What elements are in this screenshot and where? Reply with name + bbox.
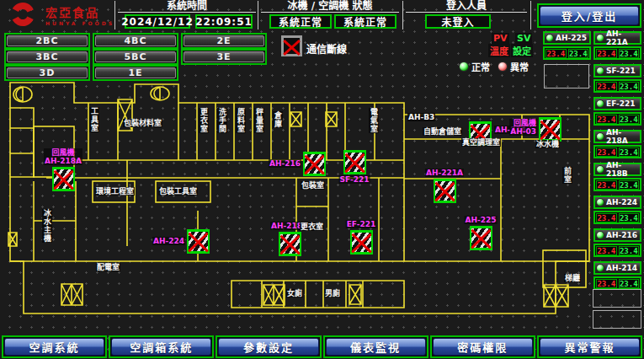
equipment-icon-ah-224[interactable] [187, 229, 210, 254]
nav-button-frame: 空調箱系統 [109, 335, 214, 358]
equipment-icon-ah-03[interactable] [539, 117, 562, 142]
equipment-icon-ef-221[interactable] [350, 230, 373, 255]
nav-button-frame: 參數設定 [216, 335, 321, 358]
room-label: AH-B3 [407, 113, 435, 121]
equipment-icon-ah-218a[interactable] [52, 167, 75, 191]
nav-button-0[interactable]: 空調系統 [4, 338, 104, 356]
equipment-label-ef-221: EF-221 [346, 220, 377, 228]
nav-button-2[interactable]: 參數設定 [218, 338, 318, 356]
room-label: 更衣室 [199, 108, 209, 133]
equipment-label-ah-225: AH-225 [464, 216, 497, 224]
nav-button-frame: 儀表監視 [323, 335, 428, 358]
equipment-icon-ah-221a[interactable] [434, 179, 456, 203]
room-label: 原料室 [236, 108, 246, 133]
room-label: 真空調理室 [461, 138, 501, 147]
room-label: 秤量室 [254, 108, 264, 133]
room-label: 包裝工具室 [158, 187, 198, 196]
nav-button-frame: 異常警報 [537, 335, 642, 358]
room-label: 洗手間 [217, 108, 227, 133]
nav-button-frame: 密碼權限 [430, 335, 535, 358]
nav-button-4[interactable]: 密碼權限 [433, 338, 533, 356]
equipment-icon-ah-216[interactable] [303, 152, 326, 176]
room-label: 包裝室 [301, 181, 325, 190]
nav-button-5[interactable]: 異常警報 [540, 338, 640, 356]
equipment-icon-sf-221[interactable] [343, 150, 366, 174]
bottom-nav: 空調系統空調箱系統參數設定儀表監視密碼權限異常警報 [2, 335, 642, 358]
hmi-screen: 宏亞食品 HUNYA FOODS 系統時間 2024/12/12 22:09:5… [0, 0, 644, 359]
equipment-icon-ah-218b[interactable] [279, 232, 301, 256]
room-label: 電氣室 [369, 108, 379, 133]
equipment-icon-ah-225[interactable] [470, 226, 492, 250]
room-label: 配電室 [96, 263, 120, 271]
room-label: 自動倉儲室 [423, 127, 462, 136]
room-label: 更衣室 [300, 222, 324, 231]
room-label: 包裝材料室 [123, 119, 162, 127]
equipment-label-ah-03: 回風機 AH-03 [509, 119, 537, 136]
room-label: 倉庫 [273, 111, 283, 128]
equipment-label-ah-216: AH-216 [269, 159, 301, 168]
floorplan-walls [0, 0, 644, 359]
equipment-label-ah-221a: AH-221A [425, 169, 464, 177]
room-label: 環境工程室 [95, 187, 135, 196]
room-label: 梯廳 [564, 274, 581, 282]
room-label: 男廁 [324, 289, 341, 297]
room-label: 前室 [562, 167, 572, 184]
nav-button-frame: 空調系統 [2, 335, 107, 358]
room-label: 女廁 [286, 289, 303, 297]
room-label: 工具室 [89, 107, 99, 132]
equipment-label-ah-218a: 回風機 AH-218A [44, 148, 82, 165]
equipment-label-sf-221: SF-221 [339, 175, 370, 184]
nav-button-3[interactable]: 儀表監視 [326, 338, 426, 356]
nav-button-1[interactable]: 空調箱系統 [111, 338, 211, 356]
room-label: 冰水主機 [42, 209, 52, 243]
equipment-label-ah-224: AH-224 [152, 237, 185, 245]
room-label: 冰水機 [535, 140, 560, 148]
